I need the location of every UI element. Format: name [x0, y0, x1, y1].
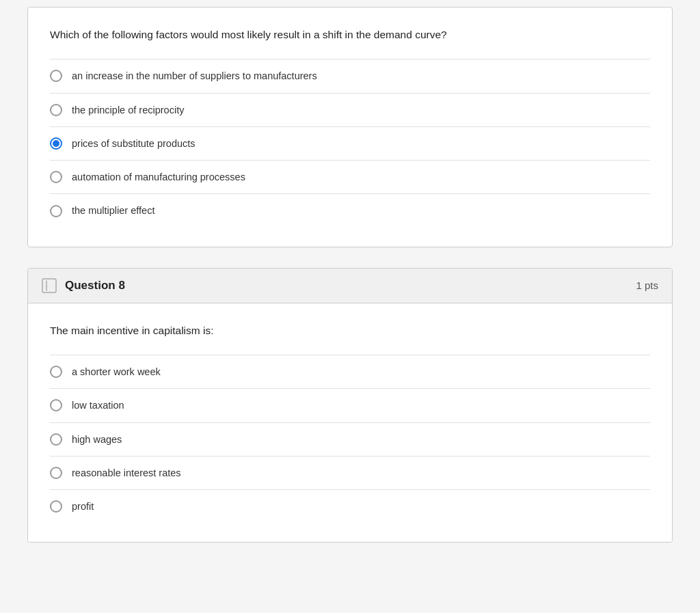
- question-8-body: The main incentive in capitalism is: a s…: [28, 303, 672, 543]
- radio-button[interactable]: [50, 171, 62, 183]
- radio-button[interactable]: [50, 137, 62, 150]
- option-label: a shorter work week: [72, 365, 161, 379]
- list-item[interactable]: low taxation: [50, 388, 650, 422]
- list-item[interactable]: the multiplier effect: [50, 193, 650, 227]
- list-item[interactable]: automation of manufacturing processes: [50, 160, 650, 193]
- list-item[interactable]: prices of substitute products: [50, 126, 650, 160]
- question-7-text: Which of the following factors would mos…: [50, 27, 650, 42]
- radio-button[interactable]: [50, 500, 62, 513]
- radio-inner-dot: [53, 140, 59, 147]
- question-7-card: Which of the following factors would mos…: [27, 7, 673, 247]
- option-label: automation of manufacturing processes: [72, 170, 245, 184]
- question-7-options: an increase in the number of suppliers t…: [50, 59, 650, 227]
- list-item[interactable]: high wages: [50, 422, 650, 456]
- question-8-number: Question 8: [65, 279, 636, 292]
- option-label: the multiplier effect: [72, 204, 154, 217]
- list-item[interactable]: reasonable interest rates: [50, 456, 650, 489]
- radio-button[interactable]: [50, 467, 62, 479]
- question-8-header: Question 8 1 pts: [28, 269, 672, 303]
- list-item[interactable]: an increase in the number of suppliers t…: [50, 59, 650, 92]
- radio-button[interactable]: [50, 70, 62, 82]
- radio-button[interactable]: [50, 366, 62, 378]
- radio-button[interactable]: [50, 399, 62, 411]
- option-label: the principle of reciprocity: [72, 103, 184, 117]
- option-label: prices of substitute products: [72, 137, 196, 150]
- question-8-section: Question 8 1 pts The main incentive in c…: [27, 268, 673, 543]
- flag-icon: [42, 278, 57, 293]
- question-8-options: a shorter work weeklow taxationhigh wage…: [50, 355, 650, 523]
- question-8-points: 1 pts: [636, 280, 658, 291]
- radio-button[interactable]: [50, 104, 62, 116]
- radio-button[interactable]: [50, 205, 62, 217]
- option-label: reasonable interest rates: [72, 466, 181, 480]
- list-item[interactable]: a shorter work week: [50, 355, 650, 388]
- option-label: an increase in the number of suppliers t…: [72, 69, 317, 83]
- list-item[interactable]: the principle of reciprocity: [50, 93, 650, 126]
- radio-button[interactable]: [50, 433, 62, 446]
- svg-rect-0: [42, 279, 56, 292]
- page-container: Which of the following factors would mos…: [0, 7, 700, 543]
- question-8-text: The main incentive in capitalism is:: [50, 323, 650, 338]
- option-label: low taxation: [72, 398, 124, 412]
- option-label: high wages: [72, 433, 122, 446]
- list-item[interactable]: profit: [50, 489, 650, 523]
- option-label: profit: [72, 500, 94, 513]
- question-7-body: Which of the following factors would mos…: [28, 8, 672, 247]
